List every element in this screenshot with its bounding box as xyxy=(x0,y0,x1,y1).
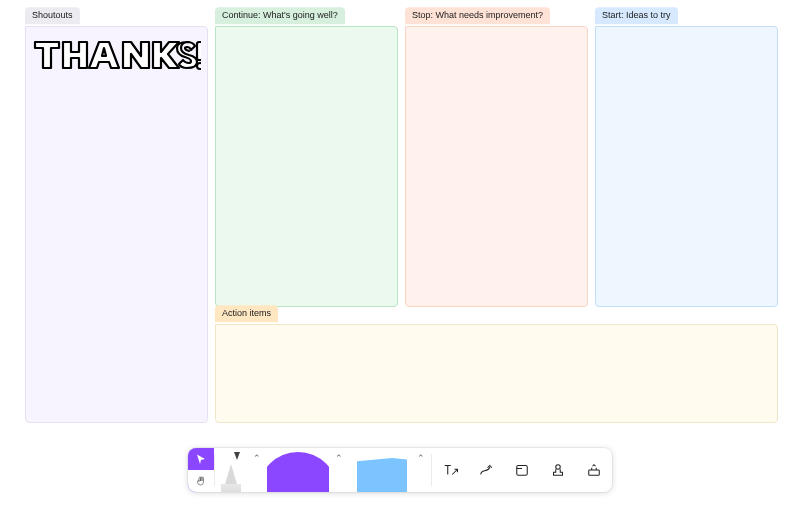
svg-rect-2 xyxy=(517,466,528,476)
shape-icon xyxy=(267,452,329,492)
pencil-tip-icon xyxy=(234,452,240,460)
svg-point-1 xyxy=(197,63,201,69)
sticky-tool-button[interactable] xyxy=(349,448,411,492)
more-tools-button[interactable] xyxy=(576,448,612,492)
connector-icon xyxy=(477,461,495,479)
card-shoutouts[interactable]: Shoutouts xyxy=(25,26,208,423)
chevron-up-icon: ⌃ xyxy=(335,454,343,463)
svg-point-3 xyxy=(556,465,561,470)
card-stop[interactable]: Stop: What needs improvement? xyxy=(405,26,588,307)
card-tag-shoutouts[interactable]: Shoutouts xyxy=(25,7,80,24)
mode-toggle xyxy=(188,448,214,492)
pencil-tool-button[interactable] xyxy=(215,448,247,492)
shape-tool-button[interactable] xyxy=(267,448,329,492)
hand-mode-button[interactable] xyxy=(188,470,214,492)
card-body-start[interactable] xyxy=(595,26,778,307)
card-tag-continue[interactable]: Continue: What's going well? xyxy=(215,7,345,24)
card-body-stop[interactable] xyxy=(405,26,588,307)
card-continue[interactable]: Continue: What's going well? xyxy=(215,26,398,307)
pencil-icon xyxy=(221,464,241,492)
card-body-continue[interactable] xyxy=(215,26,398,307)
toolbar: ⌃ ⌃ ⌃ xyxy=(188,448,612,492)
pointer-mode-button[interactable] xyxy=(188,448,214,470)
pointer-icon xyxy=(195,453,207,465)
card-body-action[interactable] xyxy=(215,324,778,423)
card-tag-start[interactable]: Start: Ideas to try xyxy=(595,7,678,24)
card-tag-stop[interactable]: Stop: What needs improvement? xyxy=(405,7,550,24)
sticky-note-icon xyxy=(357,458,407,492)
text-icon xyxy=(441,461,459,479)
section-tool-button[interactable] xyxy=(504,448,540,492)
shape-options-button[interactable]: ⌃ xyxy=(329,448,349,492)
svg-rect-0 xyxy=(197,42,201,60)
card-start[interactable]: Start: Ideas to try xyxy=(595,26,778,307)
chevron-up-icon: ⌃ xyxy=(253,454,261,463)
pencil-options-button[interactable]: ⌃ xyxy=(247,448,267,492)
svg-rect-4 xyxy=(589,470,600,475)
hand-icon xyxy=(195,475,207,487)
connector-tool-button[interactable] xyxy=(468,448,504,492)
whiteboard-canvas[interactable]: Shoutouts Continue: What's going well? S… xyxy=(0,0,800,506)
handwritten-thanks xyxy=(31,36,201,76)
stamp-icon xyxy=(549,461,567,479)
sticky-options-button[interactable]: ⌃ xyxy=(411,448,431,492)
text-tool-button[interactable] xyxy=(432,448,468,492)
more-tools-icon xyxy=(585,461,603,479)
card-body-shoutouts[interactable] xyxy=(25,26,208,423)
chevron-up-icon: ⌃ xyxy=(417,454,425,463)
card-tag-action[interactable]: Action items xyxy=(215,305,278,322)
section-icon xyxy=(513,461,531,479)
stamp-tool-button[interactable] xyxy=(540,448,576,492)
card-action-items[interactable]: Action items xyxy=(215,324,778,423)
